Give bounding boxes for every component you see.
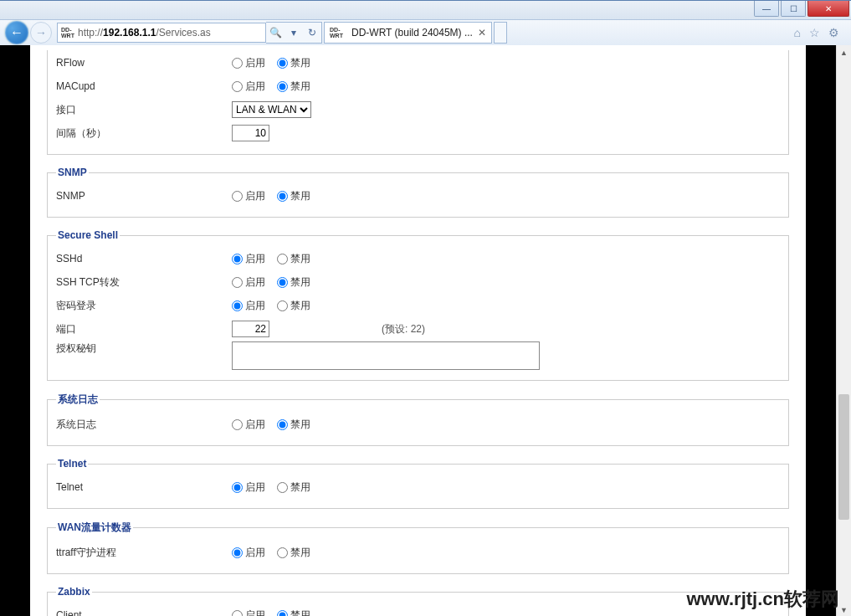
minimize-button[interactable]: — bbox=[754, 1, 779, 17]
tab-close-icon[interactable]: ✕ bbox=[478, 27, 486, 38]
radio-syslog-enable[interactable]: 启用 bbox=[232, 418, 265, 432]
section-title-snmp: SNMP bbox=[56, 167, 89, 178]
nav-bar: ← → DD- WRT http://192.168.1.1/Services.… bbox=[0, 20, 851, 46]
radio-sshd-enable[interactable]: 启用 bbox=[232, 252, 265, 266]
section-zabbix: Zabbix Client 启用 禁用 bbox=[47, 586, 789, 616]
window-caption: — ☐ ✕ bbox=[0, 1, 851, 20]
scroll-up-icon[interactable]: ▲ bbox=[837, 45, 851, 59]
arrow-right-icon: → bbox=[35, 26, 47, 39]
radio-rflow-disable[interactable]: 禁用 bbox=[277, 56, 310, 70]
favorites-icon[interactable]: ☆ bbox=[809, 26, 820, 39]
site-favicon: DD- WRT bbox=[61, 26, 74, 39]
radio-zabbix-disable[interactable]: 禁用 bbox=[277, 608, 310, 617]
radio-tcpfwd-disable[interactable]: 禁用 bbox=[277, 275, 310, 290]
toolbar-right: ⌂ ☆ ⚙ bbox=[794, 26, 846, 39]
label-authkeys: 授权秘钥 bbox=[56, 341, 232, 356]
radio-pwlogin-disable[interactable]: 禁用 bbox=[277, 299, 310, 313]
label-sshd: SSHd bbox=[56, 253, 232, 264]
back-button[interactable]: ← bbox=[5, 21, 28, 44]
radio-sshd-disable[interactable]: 禁用 bbox=[277, 252, 310, 266]
input-ssh-port[interactable] bbox=[232, 321, 269, 337]
section-rflow: RFlow 启用 禁用 MACupd 启用 禁用 bbox=[47, 50, 789, 155]
app-window: — ☐ ✕ ← → DD- WRT http://192.168.1.1/Ser… bbox=[0, 0, 851, 616]
label-rflow: RFlow bbox=[56, 57, 232, 69]
label-zabbix-client: Client bbox=[56, 609, 232, 616]
tab-favicon: DD- WRT bbox=[330, 26, 343, 39]
radio-ttraff-disable[interactable]: 禁用 bbox=[277, 546, 310, 560]
forward-button[interactable]: → bbox=[30, 22, 52, 44]
arrow-left-icon: ← bbox=[10, 25, 23, 40]
section-title-zabbix: Zabbix bbox=[56, 586, 92, 598]
close-button[interactable]: ✕ bbox=[807, 1, 849, 17]
label-ttraff: ttraff守护进程 bbox=[56, 546, 232, 560]
radio-tcpfwd-enable[interactable]: 启用 bbox=[232, 275, 265, 290]
label-tcpfwd: SSH TCP转发 bbox=[56, 275, 232, 290]
hint-port-default: (预设: 22) bbox=[382, 322, 425, 336]
browser-tab[interactable]: DD- WRT DD-WRT (build 24045M) ... ✕ bbox=[324, 22, 492, 44]
tab-title: DD-WRT (build 24045M) ... bbox=[351, 27, 473, 38]
section-title-syslog: 系统日志 bbox=[56, 393, 100, 407]
tools-icon[interactable]: ⚙ bbox=[828, 26, 839, 39]
search-icon[interactable]: 🔍 bbox=[266, 27, 285, 38]
select-interface[interactable]: LAN & WLAN bbox=[232, 101, 311, 118]
section-title-telnet: Telnet bbox=[56, 458, 88, 470]
scroll-down-icon[interactable]: ▼ bbox=[837, 603, 851, 616]
vertical-scrollbar[interactable]: ▲ ▼ bbox=[836, 45, 851, 616]
page-scroll: RFlow / MACupd RFlow 启用 禁用 MACupd bbox=[0, 45, 836, 616]
label-snmp: SNMP bbox=[56, 190, 232, 202]
refresh-icon[interactable]: ↻ bbox=[303, 27, 321, 38]
label-interval: 间隔（秒） bbox=[56, 126, 232, 141]
home-icon[interactable]: ⌂ bbox=[794, 26, 801, 39]
label-interface: 接口 bbox=[56, 103, 232, 117]
dropdown-icon[interactable]: ▾ bbox=[285, 27, 303, 38]
address-bar[interactable]: DD- WRT http://192.168.1.1/Services.as bbox=[57, 23, 266, 43]
radio-pwlogin-enable[interactable]: 启用 bbox=[232, 299, 265, 313]
radio-telnet-disable[interactable]: 禁用 bbox=[277, 480, 310, 495]
scroll-thumb[interactable] bbox=[838, 394, 849, 520]
scroll-track[interactable] bbox=[837, 59, 851, 603]
label-port: 端口 bbox=[56, 322, 232, 336]
section-ssh: Secure Shell SSHd 启用 禁用 SSH TCP转发 启用 bbox=[47, 229, 789, 381]
radio-snmp-disable[interactable]: 禁用 bbox=[277, 189, 310, 203]
radio-syslog-disable[interactable]: 禁用 bbox=[277, 418, 310, 432]
section-syslog: 系统日志 系统日志 启用 禁用 bbox=[47, 393, 789, 446]
radio-snmp-enable[interactable]: 启用 bbox=[232, 189, 265, 203]
radio-ttraff-enable[interactable]: 启用 bbox=[232, 546, 265, 560]
radio-rflow-enable[interactable]: 启用 bbox=[232, 56, 265, 70]
url-text: http://192.168.1.1/Services.as bbox=[78, 27, 262, 38]
label-macupd: MACupd bbox=[56, 80, 232, 92]
section-snmp: SNMP SNMP 启用 禁用 bbox=[47, 167, 789, 218]
section-telnet: Telnet Telnet 启用 禁用 bbox=[47, 458, 789, 509]
section-title-wan: WAN流量计数器 bbox=[56, 521, 133, 535]
label-syslog: 系统日志 bbox=[56, 418, 232, 432]
page-content: RFlow / MACupd RFlow 启用 禁用 MACupd bbox=[30, 45, 806, 616]
section-title-ssh: Secure Shell bbox=[56, 229, 120, 241]
viewport: RFlow / MACupd RFlow 启用 禁用 MACupd bbox=[0, 45, 851, 616]
label-pwlogin: 密码登录 bbox=[56, 299, 232, 313]
section-wan: WAN流量计数器 ttraff守护进程 启用 禁用 bbox=[47, 521, 789, 574]
textarea-authkeys[interactable] bbox=[232, 341, 540, 370]
new-tab-button[interactable] bbox=[494, 22, 507, 44]
radio-macupd-enable[interactable]: 启用 bbox=[232, 80, 265, 94]
label-telnet: Telnet bbox=[56, 481, 232, 493]
address-tools: 🔍 ▾ ↻ bbox=[266, 22, 322, 44]
maximize-button[interactable]: ☐ bbox=[781, 1, 806, 17]
radio-macupd-disable[interactable]: 禁用 bbox=[277, 80, 310, 94]
radio-telnet-enable[interactable]: 启用 bbox=[232, 480, 265, 495]
input-interval[interactable] bbox=[232, 125, 269, 141]
radio-zabbix-enable[interactable]: 启用 bbox=[232, 608, 265, 617]
